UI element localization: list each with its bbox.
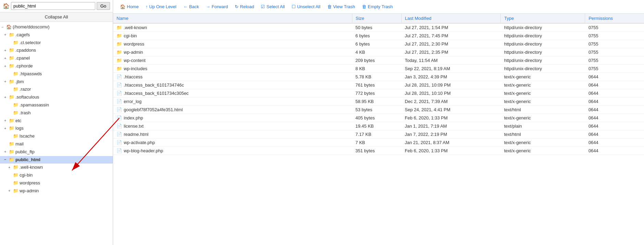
tree-item-etc[interactable]: +📁etc: [0, 117, 113, 125]
tree-item-jbm[interactable]: +📁.jbm: [0, 78, 113, 86]
cell-type-13: text/html: [501, 130, 585, 139]
toolbar-btn-empty_trash[interactable]: 🗑Empty Trash: [359, 3, 396, 11]
filename-1: cgi-bin: [124, 33, 137, 38]
tree-item-trash[interactable]: 📁.trash: [0, 109, 113, 117]
tree-toggle-public_html[interactable]: −: [4, 157, 9, 163]
tree-item-razor[interactable]: 📁.razor: [0, 86, 113, 93]
cell-permissions-3: 0755: [585, 48, 644, 56]
folder-icon-2: 📁: [117, 41, 122, 47]
tree-toggle-cpanel[interactable]: +: [4, 55, 9, 62]
folder-icon-wordpress2: 📁: [13, 180, 19, 187]
go-button[interactable]: Go: [97, 2, 110, 10]
table-row[interactable]: 📄googlebf78f7052a4fe351.html53 bytesSep …: [113, 106, 644, 114]
table-row[interactable]: 📄readme.html7.17 KBJan 7, 2022, 2:19 PMt…: [113, 130, 644, 139]
toolbar-btn-reload[interactable]: ↻Reload: [231, 3, 257, 11]
tree-item-lscache[interactable]: 📁lscache: [0, 132, 113, 140]
cell-name-5: 📁wp-includes: [113, 65, 352, 73]
tree-toggle-softaculous[interactable]: +: [4, 94, 9, 101]
cell-name-1: 📁cgi-bin: [113, 32, 352, 40]
tree-toggle-jbm[interactable]: +: [4, 79, 9, 85]
cell-modified-8: Jul 28, 2021, 10:10 PM: [401, 89, 501, 98]
filename-8: .htaccess_back_6101734c305ec: [124, 91, 189, 96]
toolbar-btn-label-forward: Forward: [212, 4, 228, 9]
table-row[interactable]: 📄wp-activate.php7 KBJan 21, 2021, 8:37 A…: [113, 139, 644, 147]
toolbar-btn-back[interactable]: ←Back: [180, 3, 203, 11]
table-row[interactable]: 📄error_log58.95 KBDec 2, 2021, 7:39 AMte…: [113, 98, 644, 106]
tree-item-home[interactable]: −🏠 (/home/ddoscomv): [0, 23, 113, 31]
toolbar-btn-label-unselect_all: Unselect All: [297, 4, 320, 9]
cell-size-8: 772 bytes: [352, 89, 401, 98]
col-header-name[interactable]: Name: [113, 14, 352, 23]
cell-name-6: 📄.htaccess: [113, 73, 352, 81]
tree-toggle-well_known2[interactable]: +: [8, 165, 13, 171]
folder-icon-logs: 📁: [9, 125, 14, 132]
cell-permissions-11: 0644: [585, 114, 644, 122]
tree-label-jbm: .jbm: [15, 78, 24, 86]
table-row[interactable]: 📁wp-includes8 KBSep 22, 2021, 8:19 AMhtt…: [113, 65, 644, 73]
tree-item-cgi_bin2[interactable]: 📁cgi-bin: [0, 171, 113, 179]
col-header-size[interactable]: Size: [352, 14, 401, 23]
table-row[interactable]: 📄wp-blog-header.php351 bytesFeb 6, 2020,…: [113, 147, 644, 155]
tree-item-mail[interactable]: 📁mail: [0, 140, 113, 148]
tree-item-public_ftp[interactable]: +📁public_ftp: [0, 148, 113, 156]
cell-name-7: 📄.htaccess_back_6101734746c: [113, 81, 352, 89]
folder-icon-wp_admin2: 📁: [13, 188, 19, 195]
tree-item-cpaddons[interactable]: +📁.cpaddons: [0, 47, 113, 54]
toolbar-btn-view_trash[interactable]: 🗑View Trash: [324, 3, 359, 11]
tree-toggle-etc[interactable]: +: [4, 118, 9, 124]
table-row[interactable]: 📄.htaccess_back_6101734746c761 bytesJul …: [113, 81, 644, 89]
tree-toggle-cphorde[interactable]: +: [4, 63, 9, 69]
cell-type-6: text/x-generic: [501, 73, 585, 81]
cell-modified-12: Jan 1, 2021, 7:19 AM: [401, 122, 501, 130]
tree-item-softaculous[interactable]: +📁.softaculous: [0, 93, 113, 101]
table-row[interactable]: 📁wordpress6 bytesJul 27, 2021, 2:30 PMht…: [113, 40, 644, 48]
cell-name-0: 📁.well-known: [113, 23, 352, 32]
table-row[interactable]: 📁.well-known50 bytesJul 27, 2021, 1:54 P…: [113, 23, 644, 32]
col-header-permissions[interactable]: Permissions: [585, 14, 644, 23]
tree-item-cpanel[interactable]: +📁.cpanel: [0, 54, 113, 62]
tree-item-well_known2[interactable]: +📁.well-known: [0, 164, 113, 171]
tree-item-spamassassin[interactable]: 📁.spamassassin: [0, 101, 113, 109]
tree-toggle-logs[interactable]: +: [4, 126, 9, 132]
table-row[interactable]: 📄.htaccess5.78 KBJan 3, 2022, 4:39 PMtex…: [113, 73, 644, 81]
toolbar-btn-up[interactable]: ↑Up One Level: [142, 3, 180, 11]
col-header-last-modified[interactable]: Last Modified: [401, 14, 501, 23]
tree-label-wp_admin2: wp-admin: [20, 188, 39, 195]
toolbar-btn-select_all[interactable]: ☑Select All: [257, 3, 288, 11]
tree-label-logs: logs: [15, 125, 24, 132]
table-row[interactable]: 📁wp-content209 bytesToday, 11:54 AMhttpd…: [113, 56, 644, 65]
collapse-all-button[interactable]: Collapse All: [0, 12, 113, 22]
tree-toggle-home[interactable]: −: [1, 24, 6, 30]
tree-toggle-public_ftp[interactable]: +: [4, 149, 9, 155]
table-row[interactable]: 📄license.txt19.45 KBJan 1, 2021, 7:19 AM…: [113, 122, 644, 130]
tree-toggle-cpaddons[interactable]: +: [4, 48, 9, 54]
table-row[interactable]: 📁wp-admin4 KBJul 27, 2021, 2:35 PMhttpd/…: [113, 48, 644, 56]
table-row[interactable]: 📁cgi-bin6 bytesJul 27, 2021, 7:45 PMhttp…: [113, 32, 644, 40]
toolbar-btn-home[interactable]: 🏠Home: [117, 3, 142, 11]
tree-toggle-wp_admin2[interactable]: +: [8, 188, 13, 194]
tree-item-logs[interactable]: +📁logs: [0, 125, 113, 132]
tree-toggle-cagefs[interactable]: +: [4, 32, 9, 38]
toolbar-btn-unselect_all[interactable]: ☐Unselect All: [288, 3, 324, 11]
folder-icon-well_known2: 📁: [13, 164, 19, 171]
file-icon-14: 📄: [117, 140, 122, 145]
cell-name-13: 📄readme.html: [113, 130, 352, 139]
file-icon-9: 📄: [117, 99, 122, 104]
col-header-type[interactable]: Type: [501, 14, 585, 23]
toolbar-btn-forward[interactable]: →Forward: [203, 3, 232, 11]
home-icon[interactable]: 🏠: [3, 3, 10, 9]
table-row[interactable]: 📄.htaccess_back_6101734c305ec772 bytesJu…: [113, 89, 644, 98]
tree-item-cagefs[interactable]: +📁.cagefs: [0, 31, 113, 39]
tree-item-htpasswds[interactable]: 📁.htpasswds: [0, 70, 113, 78]
tree-item-cl_selector[interactable]: 📁.cl.selector: [0, 39, 113, 47]
select_all-icon: ☑: [261, 4, 265, 9]
tree-item-wordpress2[interactable]: 📁wordpress: [0, 179, 113, 187]
cell-size-10: 53 bytes: [352, 106, 401, 114]
tree-item-public_html[interactable]: −📁public_html: [0, 156, 113, 164]
path-input[interactable]: [11, 2, 95, 10]
up-icon: ↑: [146, 4, 148, 9]
cell-size-13: 7.17 KB: [352, 130, 401, 139]
tree-item-wp_admin2[interactable]: +📁wp-admin: [0, 187, 113, 195]
table-row[interactable]: 📄index.php405 bytesFeb 6, 2020, 1:33 PMt…: [113, 114, 644, 122]
tree-item-cphorde[interactable]: +📁.cphorde: [0, 62, 113, 70]
